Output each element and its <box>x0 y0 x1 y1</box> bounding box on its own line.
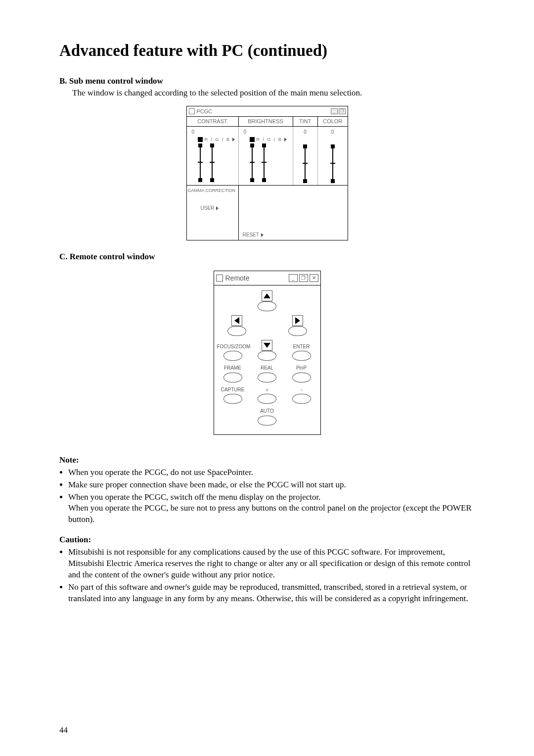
maximize-button[interactable]: ❐ <box>299 274 308 282</box>
real-button[interactable] <box>258 373 276 382</box>
note-item: When you operate the PCGC, switch off th… <box>68 492 475 526</box>
maximize-button[interactable]: ❐ <box>339 108 346 114</box>
color-slider[interactable] <box>332 146 333 181</box>
right-button[interactable] <box>292 315 303 326</box>
arrow-left-icon <box>234 317 239 324</box>
brightness-slider-1[interactable] <box>252 145 253 180</box>
section-b-heading: B. Sub menu control window <box>59 76 475 87</box>
left-oval[interactable] <box>227 326 246 336</box>
contrast-value: 0 <box>189 129 236 136</box>
pcgc-app-icon <box>189 108 195 114</box>
page-number: 44 <box>59 725 68 736</box>
plus-button[interactable] <box>258 394 276 404</box>
close-button[interactable]: ✕ <box>310 274 318 282</box>
capture-label: CAPTURE <box>217 386 249 393</box>
contrast-slider-2[interactable] <box>212 145 213 180</box>
focus-zoom-button[interactable] <box>223 351 242 361</box>
pcgc-titlebar: PCGC _ ❐ <box>187 106 348 117</box>
caution-item: Mitsubishi is not responsible for any co… <box>68 547 475 581</box>
pinp-button[interactable] <box>292 373 311 382</box>
frame-label: FRAME <box>217 365 249 372</box>
rgb-label: R / G / B <box>257 137 283 142</box>
pcgc-body: 0 R / G / B 0 R / G / B <box>187 127 348 185</box>
col-color: COLOR <box>318 117 347 126</box>
user-button[interactable]: USER <box>187 196 238 212</box>
reset-button[interactable]: RESET <box>243 232 264 238</box>
pcgc-header-row: CONTRAST BRIGHTNESS TINT COLOR <box>187 117 348 127</box>
reset-label: RESET <box>243 232 259 238</box>
enter-label: ENTER <box>286 343 317 350</box>
triangle-right-icon <box>216 206 219 210</box>
remote-titlebar: Remote _ ❐ ✕ <box>214 271 320 285</box>
pcgc-window: PCGC _ ❐ CONTRAST BRIGHTNESS TINT COLOR … <box>186 106 348 240</box>
page-title: Advanced feature with PC (continued) <box>59 40 475 62</box>
rgb-label: R / G / B <box>205 137 231 142</box>
capture-button[interactable] <box>223 394 242 404</box>
brightness-slider-2[interactable] <box>264 145 265 180</box>
brightness-value: 0 <box>241 129 291 136</box>
left-button[interactable] <box>231 315 242 326</box>
tint-slider[interactable] <box>305 146 306 181</box>
square-icon <box>250 137 255 142</box>
user-label: USER <box>201 205 215 212</box>
note-item: Make sure proper connection shave been m… <box>68 479 475 491</box>
arrow-up-icon <box>264 293 270 298</box>
up-oval[interactable] <box>258 301 276 311</box>
color-value: 0 <box>320 129 346 136</box>
auto-label: AUTO <box>251 408 283 415</box>
pcgc-bottom: GAMMA CORRECTION USER RESET <box>187 185 348 240</box>
section-b-desc: The window is changed according to the s… <box>59 88 475 99</box>
note-item-text: When you operate the PCGC, switch off th… <box>68 492 321 502</box>
arrow-right-icon <box>295 317 300 324</box>
triangle-right-icon <box>232 138 235 142</box>
square-icon <box>198 137 203 142</box>
note-item: When you operate the PCGC, do not use Sp… <box>68 467 475 478</box>
right-oval[interactable] <box>288 326 307 336</box>
remote-body: FOCUS/ZOOM ENTER FRAME REAL PinP CAPTURE… <box>214 285 320 434</box>
down-oval[interactable] <box>258 351 276 361</box>
caution-heading: Caution: <box>59 534 475 546</box>
pcgc-title: PCGC <box>197 108 331 115</box>
caution-item: No part of this software and owner's gui… <box>68 582 475 605</box>
up-button[interactable] <box>262 290 272 301</box>
section-c-heading: C. Remote control window <box>59 251 475 263</box>
auto-button[interactable] <box>258 416 276 425</box>
col-contrast: CONTRAST <box>187 117 239 126</box>
remote-title: Remote <box>225 274 289 283</box>
gamma-correction-label: GAMMA CORRECTION <box>187 186 238 196</box>
pinp-label: PinP <box>286 365 317 372</box>
real-label: REAL <box>251 365 283 372</box>
minimize-button[interactable]: _ <box>331 108 338 114</box>
col-tint: TINT <box>293 117 318 126</box>
note-item-extra: When you operate the PCGC, be sure not t… <box>68 503 472 524</box>
plus-label: ＋ <box>251 386 283 393</box>
down-button[interactable] <box>262 340 272 351</box>
remote-window: Remote _ ❐ ✕ FOCUS/ZOOM <box>214 271 321 435</box>
triangle-right-icon <box>284 138 287 142</box>
minimize-button[interactable]: _ <box>289 274 298 282</box>
brightness-rgb-button[interactable]: R / G / B <box>241 137 291 142</box>
focus-zoom-label: FOCUS/ZOOM <box>217 343 249 350</box>
enter-button[interactable] <box>292 351 311 361</box>
tint-value: 0 <box>295 129 315 136</box>
contrast-slider-1[interactable] <box>200 145 201 180</box>
minus-label: － <box>286 386 317 393</box>
note-heading: Note: <box>59 455 475 466</box>
note-list: When you operate the PCGC, do not use Sp… <box>59 467 475 526</box>
col-brightness: BRIGHTNESS <box>239 117 293 126</box>
contrast-rgb-button[interactable]: R / G / B <box>189 137 236 142</box>
caution-list: Mitsubishi is not responsible for any co… <box>59 547 475 605</box>
minus-button[interactable] <box>292 394 311 404</box>
triangle-right-icon <box>261 233 264 237</box>
frame-button[interactable] <box>223 373 242 382</box>
remote-app-icon <box>216 275 223 282</box>
arrow-down-icon <box>264 343 270 348</box>
